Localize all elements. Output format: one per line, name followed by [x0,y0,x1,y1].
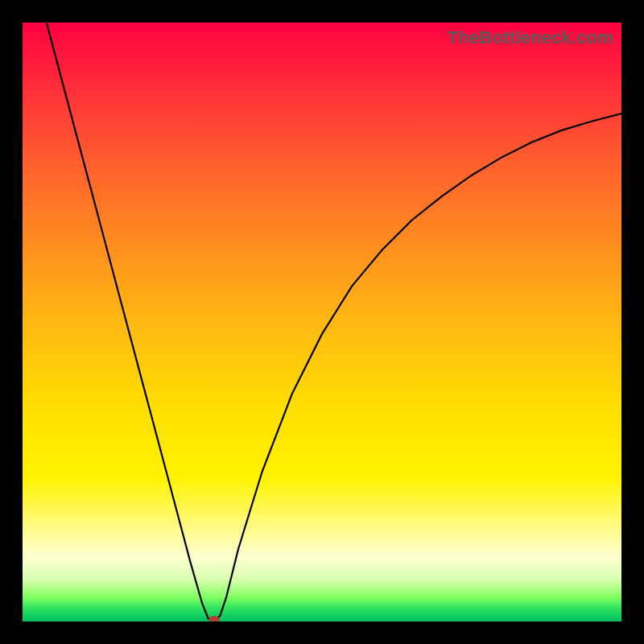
bottleneck-curve [47,23,621,621]
chart-frame: TheBottleneck.com [0,0,644,644]
curve-layer [23,23,621,621]
plot-area: TheBottleneck.com [23,23,621,621]
